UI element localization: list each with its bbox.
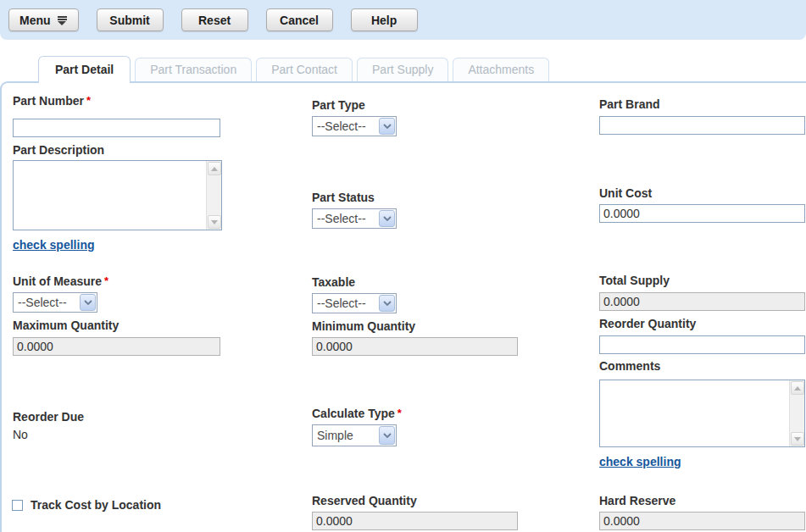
chevron-down-icon[interactable] [379, 426, 395, 445]
scroll-up-icon[interactable] [791, 381, 804, 395]
part-number-label: Part Number* [13, 94, 91, 108]
unit-of-measure-select[interactable]: --Select-- [13, 292, 97, 313]
help-button[interactable]: Help [351, 8, 418, 31]
textarea-scrollbar[interactable] [206, 161, 221, 230]
required-marker: * [86, 94, 91, 107]
part-description-textarea-box [13, 160, 222, 230]
comments-textarea-box [599, 380, 805, 447]
unit-cost-input[interactable] [599, 204, 805, 223]
tab-part-supply[interactable]: Part Supply [357, 58, 448, 81]
maximum-quantity-input [13, 337, 220, 356]
part-description-label: Part Description [13, 143, 104, 157]
tab-part-detail[interactable]: Part Detail [38, 56, 131, 83]
part-brand-label: Part Brand [599, 97, 660, 111]
menu-dropdown-icon [57, 15, 68, 25]
part-status-label: Part Status [312, 191, 375, 204]
comments-textarea[interactable] [600, 380, 789, 446]
reserved-quantity-label: Reserved Quantity [312, 494, 417, 507]
part-brand-input[interactable] [599, 116, 805, 135]
reorder-due-value: No [13, 428, 28, 441]
tab-attachments[interactable]: Attachments [453, 58, 549, 81]
taxable-label: Taxable [312, 275, 355, 289]
part-detail-panel: Part Number* Part Description check spel… [0, 81, 806, 532]
total-supply-input [599, 292, 805, 311]
comments-label: Comments [599, 359, 660, 373]
tab-part-contact[interactable]: Part Contact [256, 58, 353, 81]
scroll-down-icon[interactable] [208, 215, 221, 229]
chevron-down-icon[interactable] [379, 118, 395, 135]
cancel-button[interactable]: Cancel [266, 8, 333, 31]
minimum-quantity-label: Minimum Quantity [312, 319, 415, 333]
menu-button[interactable]: Menu [8, 8, 79, 31]
part-type-select[interactable]: --Select-- [312, 116, 397, 136]
required-marker: * [104, 274, 108, 287]
reorder-due-label: Reorder Due [13, 410, 84, 424]
tab-bar: Part Detail Part Transaction Part Contac… [0, 56, 806, 83]
total-supply-label: Total Supply [599, 274, 670, 287]
reserved-quantity-input [312, 512, 518, 530]
scroll-down-icon[interactable] [791, 432, 804, 446]
unit-cost-label: Unit Cost [599, 186, 652, 200]
required-marker: * [397, 407, 402, 419]
textarea-scrollbar[interactable] [789, 380, 804, 446]
check-spelling-link-description[interactable]: check spelling [13, 238, 94, 252]
chevron-down-icon[interactable] [80, 294, 96, 311]
reorder-quantity-label: Reorder Quantity [599, 317, 696, 330]
minimum-quantity-input [312, 337, 518, 356]
scroll-up-icon[interactable] [208, 162, 221, 175]
taxable-select[interactable]: --Select-- [312, 293, 397, 313]
calculate-type-label: Calculate Type* [312, 407, 402, 420]
track-cost-label: Track Cost by Location [31, 498, 161, 512]
reset-button[interactable]: Reset [181, 8, 248, 31]
toolbar: Menu Submit Reset Cancel Help [0, 0, 806, 40]
part-number-input[interactable] [13, 119, 220, 137]
chevron-down-icon[interactable] [379, 210, 395, 227]
hard-reserve-label: Hard Reserve [599, 494, 675, 507]
chevron-down-icon[interactable] [379, 295, 395, 312]
check-spelling-link-comments[interactable]: check spelling [599, 455, 681, 468]
submit-button[interactable]: Submit [97, 8, 164, 31]
reorder-quantity-input[interactable] [599, 335, 805, 354]
track-cost-checkbox[interactable] [12, 500, 23, 511]
menu-button-label: Menu [19, 14, 51, 27]
part-type-label: Part Type [312, 98, 365, 112]
part-status-select[interactable]: --Select-- [312, 208, 397, 229]
calculate-type-select[interactable]: Simple [312, 424, 397, 446]
hard-reserve-input [599, 512, 805, 530]
unit-of-measure-label: Unit of Measure* [13, 274, 108, 288]
part-description-textarea[interactable] [14, 161, 206, 230]
tab-part-transaction[interactable]: Part Transaction [135, 58, 252, 81]
maximum-quantity-label: Maximum Quantity [13, 319, 119, 332]
